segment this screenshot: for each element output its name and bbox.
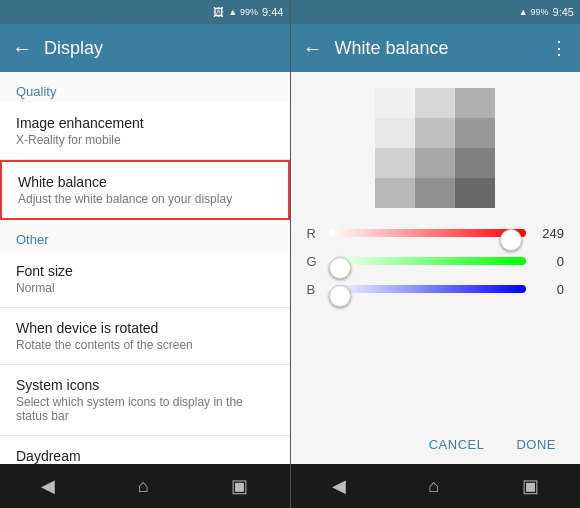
done-button[interactable]: DONE bbox=[508, 433, 564, 456]
left-content: Quality Image enhancement X-Reality for … bbox=[0, 72, 290, 464]
swatch-cell-5 bbox=[455, 118, 495, 148]
right-toolbar: ← White balance ⋮ bbox=[291, 24, 581, 72]
sliders-area: R 249 G 0 B bbox=[291, 216, 581, 312]
more-options-icon[interactable]: ⋮ bbox=[550, 37, 568, 59]
item-title-daydream: Daydream bbox=[16, 448, 274, 464]
red-slider-track bbox=[329, 224, 527, 242]
right-status-icons: ▲ 99% bbox=[519, 7, 549, 17]
left-toolbar-title: Display bbox=[44, 38, 278, 59]
swatch-cell-6 bbox=[375, 148, 415, 178]
item-subtitle-font-size: Normal bbox=[16, 281, 274, 295]
list-item-rotation[interactable]: When device is rotated Rotate the conten… bbox=[0, 308, 290, 365]
left-time: 9:44 bbox=[262, 6, 283, 18]
swatch-cell-8 bbox=[455, 148, 495, 178]
green-slider-row: G 0 bbox=[307, 252, 565, 270]
swatch-cell-2 bbox=[455, 88, 495, 118]
left-nav-home[interactable]: ⌂ bbox=[138, 476, 149, 497]
cancel-button[interactable]: CANCEL bbox=[421, 433, 493, 456]
swatch-cell-1 bbox=[415, 88, 455, 118]
list-item-image-enhancement[interactable]: Image enhancement X-Reality for mobile bbox=[0, 103, 290, 160]
item-title-rotation: When device is rotated bbox=[16, 320, 274, 336]
section-header-other: Other bbox=[0, 220, 290, 251]
dialog-buttons: CANCEL DONE bbox=[291, 425, 581, 464]
red-slider-row: R 249 bbox=[307, 224, 565, 242]
swatch-cell-10 bbox=[415, 178, 455, 208]
item-title-font-size: Font size bbox=[16, 263, 274, 279]
right-back-button[interactable]: ← bbox=[303, 37, 323, 60]
swatch-cell-4 bbox=[415, 118, 455, 148]
list-item-system-icons[interactable]: System icons Select which system icons t… bbox=[0, 365, 290, 436]
item-subtitle-system-icons: Select which system icons to display in … bbox=[16, 395, 274, 423]
blue-slider-input[interactable] bbox=[329, 280, 527, 298]
right-panel: ▲ 99% 9:45 ← White balance ⋮ R bbox=[291, 0, 581, 508]
status-icons: ▲ 99% bbox=[228, 7, 258, 17]
left-back-button[interactable]: ← bbox=[12, 37, 32, 60]
right-toolbar-title: White balance bbox=[335, 38, 539, 59]
green-slider-value: 0 bbox=[534, 254, 564, 269]
blue-label: B bbox=[307, 282, 321, 297]
right-time: 9:45 bbox=[553, 6, 574, 18]
wifi-icon: ▲ bbox=[228, 7, 237, 17]
list-item-daydream[interactable]: Daydream bbox=[0, 436, 290, 464]
section-header-quality: Quality bbox=[0, 72, 290, 103]
item-title-white-balance: White balance bbox=[18, 174, 272, 190]
green-slider-track bbox=[329, 252, 527, 270]
red-slider-value: 249 bbox=[534, 226, 564, 241]
right-bottom-nav: ◀ ⌂ ▣ bbox=[291, 464, 581, 508]
red-slider-input[interactable] bbox=[329, 224, 527, 242]
left-nav-back[interactable]: ◀ bbox=[41, 475, 55, 497]
item-subtitle-rotation: Rotate the contents of the screen bbox=[16, 338, 274, 352]
item-subtitle-white-balance: Adjust the white balance on your display bbox=[18, 192, 272, 206]
swatch-cell-3 bbox=[375, 118, 415, 148]
left-panel: 🖼 ▲ 99% 9:44 ← Display Quality Image enh… bbox=[0, 0, 290, 508]
right-wifi-icon: ▲ bbox=[519, 7, 528, 17]
left-toolbar: ← Display bbox=[0, 24, 290, 72]
right-nav-back[interactable]: ◀ bbox=[332, 475, 346, 497]
list-item-white-balance[interactable]: White balance Adjust the white balance o… bbox=[0, 160, 290, 220]
swatch-cell-11 bbox=[455, 178, 495, 208]
right-battery-icon: 99% bbox=[531, 7, 549, 17]
image-icon: 🖼 bbox=[213, 6, 224, 18]
right-status-bar: ▲ 99% 9:45 bbox=[291, 0, 581, 24]
blue-slider-value: 0 bbox=[534, 282, 564, 297]
blue-slider-track bbox=[329, 280, 527, 298]
green-slider-input[interactable] bbox=[329, 252, 527, 270]
left-nav-recents[interactable]: ▣ bbox=[231, 475, 248, 497]
swatch-cell-0 bbox=[375, 88, 415, 118]
right-nav-recents[interactable]: ▣ bbox=[522, 475, 539, 497]
item-subtitle-image-enhancement: X-Reality for mobile bbox=[16, 133, 274, 147]
red-label: R bbox=[307, 226, 321, 241]
swatch-cell-9 bbox=[375, 178, 415, 208]
battery-icon: 99% bbox=[240, 7, 258, 17]
swatch-grid bbox=[375, 88, 495, 208]
list-item-font-size[interactable]: Font size Normal bbox=[0, 251, 290, 308]
left-bottom-nav: ◀ ⌂ ▣ bbox=[0, 464, 290, 508]
item-title-image-enhancement: Image enhancement bbox=[16, 115, 274, 131]
green-label: G bbox=[307, 254, 321, 269]
item-title-system-icons: System icons bbox=[16, 377, 274, 393]
right-content: R 249 G 0 B bbox=[291, 72, 581, 464]
blue-slider-row: B 0 bbox=[307, 280, 565, 298]
swatch-cell-7 bbox=[415, 148, 455, 178]
left-status-bar: 🖼 ▲ 99% 9:44 bbox=[0, 0, 290, 24]
right-nav-home[interactable]: ⌂ bbox=[428, 476, 439, 497]
color-swatch-container bbox=[291, 72, 581, 216]
